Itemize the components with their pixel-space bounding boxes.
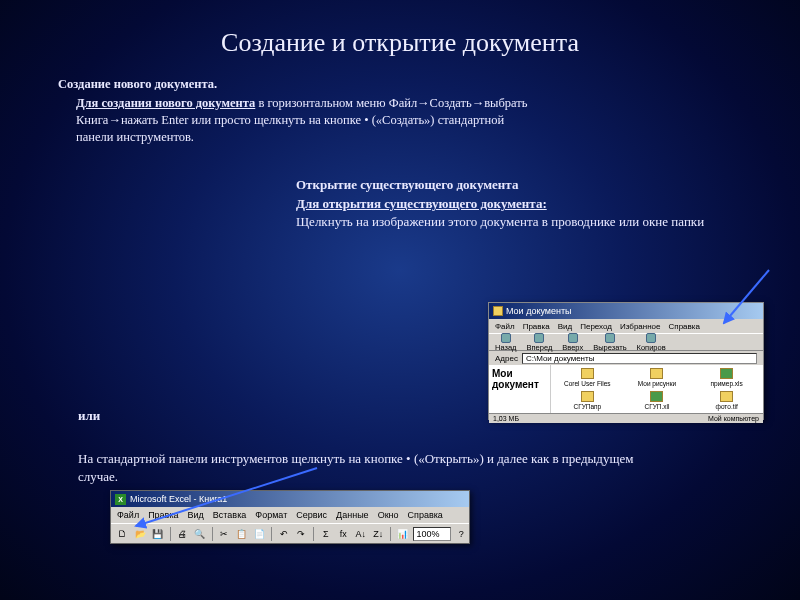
explorer-menubar: Файл Правка Вид Переход Избранное Справк…	[489, 319, 763, 333]
preview-button[interactable]: 🔍	[192, 526, 208, 542]
zoom-field[interactable]: 100%	[413, 527, 452, 541]
sort-asc-button[interactable]: A↓	[353, 526, 369, 542]
nav-back[interactable]: Назад	[495, 333, 517, 352]
excel-menubar: Файл Правка Вид Вставка Формат Сервис Да…	[111, 507, 469, 523]
nav-cut[interactable]: Вырезать	[593, 333, 626, 352]
menu-view[interactable]: Вид	[188, 510, 204, 520]
explorer-window: Мои документы Файл Правка Вид Переход Из…	[488, 302, 764, 420]
section-toolbar-open: На стандартной панели инструментов щелкн…	[78, 450, 658, 485]
or-label: или	[78, 408, 100, 424]
file-item[interactable]: фото.tif	[692, 390, 761, 412]
nav-up[interactable]: Вверх	[562, 333, 583, 352]
help-button[interactable]: ?	[453, 526, 469, 542]
slide-title: Создание и открытие документа	[0, 0, 800, 76]
nav-copy[interactable]: Копиров	[637, 333, 666, 352]
explorer-navbar: Назад Вперед Вверх Вырезать Копиров	[489, 333, 763, 351]
explorer-left-panel: Мои документ	[489, 365, 551, 413]
file-item[interactable]: Мои рисунки	[623, 367, 692, 389]
open-underline: Для открытия существующего документа:	[296, 195, 766, 213]
menu-item[interactable]: Файл	[495, 322, 515, 331]
redo-button[interactable]: ↷	[294, 526, 310, 542]
file-item-excel[interactable]: пример.xls	[692, 367, 761, 389]
menu-tools[interactable]: Сервис	[296, 510, 327, 520]
menu-item[interactable]: Избранное	[620, 322, 661, 331]
copy-button[interactable]: 📋	[234, 526, 250, 542]
create-body: Для создания нового документа в горизонт…	[58, 95, 538, 146]
menu-format[interactable]: Формат	[255, 510, 287, 520]
paste-button[interactable]: 📄	[252, 526, 268, 542]
menu-item[interactable]: Переход	[580, 322, 612, 331]
explorer-titlebar: Мои документы	[489, 303, 763, 319]
section-create: Создание нового документа. Для создания …	[58, 76, 538, 146]
new-button[interactable]: 🗋	[115, 526, 131, 542]
explorer-content: Мои документ Corel User Files Мои рисунк…	[489, 365, 763, 413]
addr-field[interactable]: С:\Мои документы	[522, 353, 757, 364]
menu-file[interactable]: Файл	[117, 510, 139, 520]
excel-icon: X	[115, 494, 126, 505]
save-button[interactable]: 💾	[150, 526, 166, 542]
cut-button[interactable]: ✂	[217, 526, 233, 542]
menu-help[interactable]: Справка	[408, 510, 443, 520]
explorer-icons: Corel User Files Мои рисунки пример.xls …	[551, 365, 763, 413]
section-open: Открытие существующего документа Для отк…	[296, 176, 766, 231]
create-heading: Создание нового документа.	[58, 76, 538, 93]
sort-desc-button[interactable]: Z↓	[371, 526, 387, 542]
excel-titlebar: X Microsoft Excel - Книга1	[111, 491, 469, 507]
excel-title: Microsoft Excel - Книга1	[130, 494, 227, 504]
file-item[interactable]: СГУП.xll	[623, 390, 692, 412]
addr-label: Адрес	[495, 354, 518, 363]
explorer-title: Мои документы	[506, 306, 572, 316]
open-button[interactable]: 📂	[133, 526, 149, 542]
open-heading: Открытие существующего документа	[296, 176, 766, 194]
menu-item[interactable]: Справка	[669, 322, 700, 331]
nav-forward[interactable]: Вперед	[527, 333, 553, 352]
menu-item[interactable]: Вид	[558, 322, 572, 331]
explorer-statusbar: 1,03 МБ Мой компьютер	[489, 413, 763, 423]
folder-icon	[493, 306, 503, 316]
excel-window: X Microsoft Excel - Книга1 Файл Правка В…	[110, 490, 470, 544]
status-location: Мой компьютер	[708, 415, 759, 422]
menu-item[interactable]: Правка	[523, 322, 550, 331]
print-button[interactable]: 🖨	[175, 526, 191, 542]
sum-button[interactable]: Σ	[318, 526, 334, 542]
explorer-addressbar: Адрес С:\Мои документы	[489, 351, 763, 365]
status-size: 1,03 МБ	[493, 415, 519, 422]
menu-insert[interactable]: Вставка	[213, 510, 246, 520]
file-item[interactable]: СГУПапр	[553, 390, 622, 412]
menu-window[interactable]: Окно	[378, 510, 399, 520]
create-underline: Для создания нового документа	[76, 96, 255, 110]
chart-button[interactable]: 📊	[395, 526, 411, 542]
undo-button[interactable]: ↶	[276, 526, 292, 542]
file-item[interactable]: Corel User Files	[553, 367, 622, 389]
menu-data[interactable]: Данные	[336, 510, 369, 520]
fx-button[interactable]: fx	[336, 526, 352, 542]
open-text: Щелкнуть на изображении этого документа …	[296, 213, 766, 231]
excel-toolbar: 🗋 📂 💾 🖨 🔍 ✂ 📋 📄 ↶ ↷ Σ fx A↓ Z↓ 📊 100% ?	[111, 523, 469, 543]
menu-edit[interactable]: Правка	[148, 510, 178, 520]
